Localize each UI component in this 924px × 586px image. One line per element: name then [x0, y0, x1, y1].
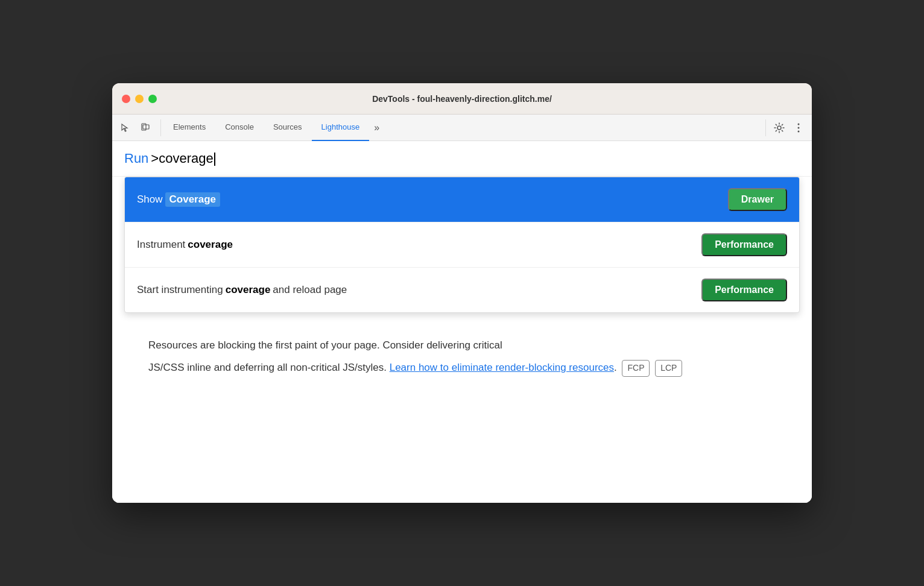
command-input-area[interactable]: Run >coverage [112, 141, 812, 177]
device-toggle-button[interactable] [136, 119, 153, 136]
suggestion-text-instrument: Instrument coverage [137, 239, 233, 251]
tab-sources[interactable]: Sources [264, 115, 312, 141]
settings-button[interactable] [771, 119, 788, 136]
suggestion-start-instrumenting[interactable]: Start instrumenting coverage and reload … [125, 268, 799, 312]
fcp-badge: FCP [622, 360, 650, 377]
more-options-button[interactable] [790, 119, 807, 136]
gear-icon [774, 122, 785, 133]
tab-elements[interactable]: Elements [163, 115, 215, 141]
titlebar: DevTools - foul-heavenly-direction.glitc… [112, 83, 812, 115]
page-text-line2: JS/CSS inline and deferring all non-crit… [148, 359, 776, 377]
page-content: Resources are blocking the first paint o… [112, 313, 812, 406]
drawer-badge[interactable]: Drawer [728, 188, 787, 211]
traffic-lights [122, 95, 157, 103]
minimize-button[interactable] [135, 95, 144, 103]
suggestion-text-start: Start instrumenting coverage and reload … [137, 284, 347, 296]
inspect-element-button[interactable] [117, 119, 134, 136]
svg-point-3 [798, 123, 800, 125]
toolbar-right [765, 119, 807, 136]
tab-console[interactable]: Console [215, 115, 264, 141]
svg-point-5 [798, 130, 800, 132]
lcp-badge: LCP [655, 360, 682, 377]
performance-badge-2[interactable]: Performance [701, 279, 787, 301]
page-text-line1: Resources are blocking the first paint o… [148, 337, 776, 354]
command-input: Run >coverage [124, 151, 800, 166]
maximize-button[interactable] [148, 95, 157, 103]
learn-link[interactable]: Learn how to eliminate render-blocking r… [390, 362, 614, 373]
text-cursor [214, 153, 215, 166]
suggestion-instrument-coverage[interactable]: Instrument coverage Performance [125, 222, 799, 268]
tab-lighthouse[interactable]: Lighthouse [312, 115, 370, 141]
devtools-body: Elements Console Sources Lighthouse » [112, 115, 812, 503]
main-content: Run >coverage Show Coverage Drawer [112, 141, 812, 503]
svg-point-4 [798, 127, 800, 128]
window-title: DevTools - foul-heavenly-direction.glitc… [372, 94, 552, 104]
tab-list: Elements Console Sources Lighthouse » [163, 115, 765, 141]
suggestions-dropdown: Show Coverage Drawer Instrument coverage… [124, 177, 800, 313]
devtools-window: DevTools - foul-heavenly-direction.glitc… [112, 83, 812, 503]
device-icon [140, 123, 150, 133]
run-label: Run [124, 151, 148, 166]
more-tabs-button[interactable]: » [369, 115, 384, 141]
suggestion-show-coverage[interactable]: Show Coverage Drawer [125, 177, 799, 222]
close-button[interactable] [122, 95, 130, 103]
suggestion-text-show-coverage: Show Coverage [137, 192, 220, 207]
performance-badge-1[interactable]: Performance [701, 233, 787, 256]
toolbar-icons [117, 119, 161, 136]
cursor-icon [121, 123, 130, 133]
svg-point-2 [777, 126, 781, 130]
command-text: >coverage [151, 151, 215, 166]
toolbar: Elements Console Sources Lighthouse » [112, 115, 812, 141]
kebab-icon [797, 123, 800, 133]
coverage-highlight: Coverage [165, 192, 220, 207]
